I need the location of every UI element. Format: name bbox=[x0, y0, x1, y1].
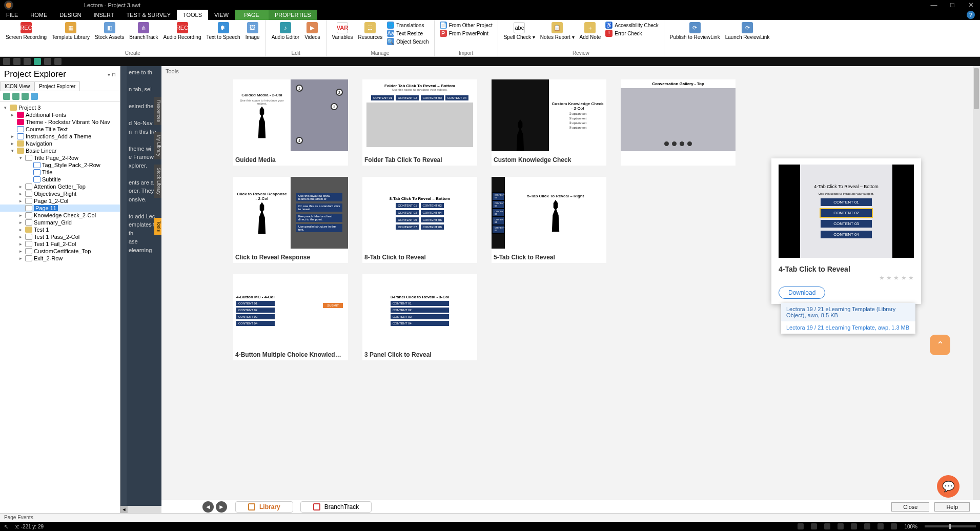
gallery-scrollbar[interactable] bbox=[973, 66, 980, 513]
tree-item[interactable]: ▸Test 1 Pass_2-Col bbox=[0, 233, 120, 240]
error-check-button[interactable]: !Error Check bbox=[603, 29, 661, 37]
status-icon[interactable] bbox=[824, 523, 830, 529]
text-resize-button[interactable]: AaText Resize bbox=[385, 29, 431, 37]
tab-view[interactable]: VIEW bbox=[208, 10, 235, 20]
tab-insert[interactable]: INSERT bbox=[87, 10, 120, 20]
nav-fwd-icon[interactable]: ► bbox=[216, 501, 227, 513]
qat-item-icon[interactable] bbox=[44, 58, 51, 65]
qat-undo-icon[interactable] bbox=[13, 58, 21, 65]
template-card-3panel[interactable]: 3-Panel Click to Reveal - 3-ColCONTENT 0… bbox=[362, 274, 477, 360]
tree-item[interactable]: ▸Navigation bbox=[0, 140, 120, 147]
audio-recording-button[interactable]: RECAudio Recording bbox=[161, 21, 204, 41]
template-card-folder-tab[interactable]: Folder Tab Click To Reveal – Bottom Use … bbox=[362, 79, 477, 166]
tree-item[interactable]: ▸Knowledge Check_2-Col bbox=[0, 212, 120, 219]
variables-button[interactable]: VARVariables bbox=[330, 21, 356, 41]
videos-button[interactable]: ▶Videos bbox=[302, 21, 322, 41]
download-option-awo[interactable]: Lectora 19 / 21 eLearning Template (Libr… bbox=[781, 303, 915, 321]
sidetab-tools[interactable]: Tools bbox=[154, 218, 161, 235]
qat-save-icon[interactable] bbox=[3, 58, 10, 65]
sidetab-resources[interactable]: Resources bbox=[154, 97, 161, 125]
resources-button[interactable]: ☷Resources bbox=[355, 21, 385, 41]
template-card-custom-kc[interactable]: Custom Knowledge Check - 2-Col① option t… bbox=[492, 79, 606, 166]
qat-preview-icon[interactable] bbox=[34, 58, 41, 65]
scroll-top-button[interactable]: ⌃ bbox=[930, 335, 950, 355]
template-card-click-reveal[interactable]: Click to Reveal Response - 2-Col Use thi… bbox=[233, 177, 348, 263]
tree-root[interactable]: ▾Project 3 bbox=[0, 104, 120, 111]
status-icon[interactable] bbox=[838, 523, 844, 529]
branchtrack-tab[interactable]: BranchTrack bbox=[300, 501, 372, 513]
tab-home[interactable]: HOME bbox=[24, 10, 53, 20]
tree-item[interactable]: ▸CustomCertificate_Top bbox=[0, 248, 120, 255]
tree-item[interactable]: ▾Title Page_2-Row bbox=[0, 154, 120, 161]
status-icon[interactable] bbox=[864, 523, 870, 529]
page-events-bar[interactable]: Page Events bbox=[0, 513, 980, 522]
explorer-tool-icon[interactable] bbox=[22, 93, 29, 100]
qat-item2-icon[interactable] bbox=[54, 58, 62, 65]
window-maximize-button[interactable]: □ bbox=[943, 0, 962, 10]
launch-reviewlink-button[interactable]: ⟳Launch ReviewLink bbox=[723, 21, 772, 41]
download-button[interactable]: Download bbox=[779, 287, 825, 299]
tree-item[interactable]: Tag_Style Pack_2-Row bbox=[0, 161, 120, 169]
tree-item[interactable]: ▸Test 1 bbox=[0, 226, 120, 233]
status-icon[interactable] bbox=[877, 523, 884, 529]
template-card-conv-gallery[interactable]: Conversation Gallery - Top bbox=[621, 79, 736, 166]
explorer-tool-icon[interactable] bbox=[31, 93, 38, 100]
tree-item[interactable]: ▸Test 1 Fail_2-Col bbox=[0, 240, 120, 248]
qat-redo-icon[interactable] bbox=[24, 58, 31, 65]
help-button[interactable]: Help bbox=[934, 502, 970, 512]
nav-back-icon[interactable]: ◄ bbox=[202, 501, 214, 513]
zoom-slider[interactable] bbox=[925, 525, 976, 527]
window-minimize-button[interactable]: — bbox=[925, 0, 943, 10]
tab-design[interactable]: DESIGN bbox=[53, 10, 87, 20]
text-to-speech-button[interactable]: 🗣Text to Speech bbox=[203, 21, 242, 41]
template-card-guided-media[interactable]: Guided Media - 2-ColUse this space to in… bbox=[233, 79, 348, 166]
sidetab-stocklibrary[interactable]: Stock Library bbox=[154, 165, 161, 198]
template-card-4button-mc[interactable]: 4-Button MC - 4-ColCONTENT 01CONTENT 02C… bbox=[233, 274, 348, 360]
tab-page[interactable]: PAGE bbox=[235, 10, 269, 20]
tree-item[interactable]: ▾Basic Linear bbox=[0, 147, 120, 154]
status-icon[interactable] bbox=[798, 523, 804, 529]
explorer-tool-icon[interactable] bbox=[12, 93, 19, 100]
scroll-left-icon[interactable]: ◄ bbox=[120, 506, 128, 513]
branchtrack-button[interactable]: ⋔BranchTrack bbox=[127, 21, 160, 41]
tree-item[interactable]: ▸Instructions_Add a Theme bbox=[0, 133, 120, 140]
close-button[interactable]: Close bbox=[891, 502, 929, 512]
tab-icon-view[interactable]: ICON View bbox=[0, 81, 34, 91]
tree-item[interactable]: ▸Attention Getter_Top bbox=[0, 183, 120, 190]
object-search-button[interactable]: 🔍Object Search bbox=[385, 37, 431, 46]
tree-item[interactable]: Theme - Rockstar Vibrant No Nav bbox=[0, 118, 120, 126]
template-card-5tab[interactable]: CONTENT 01CONTENT 02CONTENT 03CONTENT 04… bbox=[492, 177, 606, 263]
chat-fab-button[interactable]: 💬 bbox=[937, 475, 959, 498]
tree-item[interactable]: Course Title Text bbox=[0, 126, 120, 133]
notes-report-button[interactable]: 📋Notes Report ▾ bbox=[538, 21, 577, 41]
tab-file[interactable]: FILE bbox=[0, 10, 24, 20]
audio-editor-button[interactable]: ♪Audio Editor bbox=[269, 21, 302, 41]
status-icon[interactable] bbox=[891, 523, 897, 529]
tree-item[interactable]: ▸Additional Fonts bbox=[0, 111, 120, 118]
tab-tools[interactable]: TOOLS bbox=[177, 10, 208, 20]
screen-recording-button[interactable]: RECScreen Recording bbox=[3, 21, 49, 41]
sidetab-mylibrary[interactable]: My Library bbox=[154, 132, 161, 159]
add-note-button[interactable]: ＋Add Note bbox=[577, 21, 604, 41]
template-card-8tab[interactable]: 8-Tab Click To Reveal – Bottom CONTENT 0… bbox=[362, 177, 477, 263]
panel-dropdown-icon[interactable]: ▾ ⊓ bbox=[108, 72, 116, 77]
library-tab[interactable]: Library bbox=[235, 501, 293, 513]
spell-check-button[interactable]: abcSpell Check ▾ bbox=[501, 21, 538, 41]
tree-item[interactable]: ▸Objectives_Right bbox=[0, 190, 120, 197]
publish-reviewlink-button[interactable]: ⟳Publish to ReviewLink bbox=[667, 21, 723, 41]
window-close-button[interactable]: ✕ bbox=[962, 0, 980, 10]
tree-item[interactable]: ▸Page 1_2-Col bbox=[0, 197, 120, 205]
tree-item[interactable]: Title bbox=[0, 169, 120, 176]
tree-item[interactable]: Subtitle bbox=[0, 176, 120, 183]
tree-item[interactable]: ▸Summary_Grid bbox=[0, 219, 120, 226]
help-icon[interactable]: ? bbox=[967, 11, 975, 19]
download-option-awp[interactable]: Lectora 19 / 21 eLearning Template, awp,… bbox=[781, 321, 915, 334]
status-icon[interactable] bbox=[851, 523, 857, 529]
explorer-tool-icon[interactable] bbox=[3, 93, 10, 100]
accessibility-check-button[interactable]: ♿Accessibility Check bbox=[603, 21, 661, 29]
from-powerpoint-button[interactable]: PFrom PowerPoint bbox=[438, 29, 495, 37]
status-icon[interactable] bbox=[811, 523, 817, 529]
from-other-project-button[interactable]: 📄From Other Project bbox=[438, 21, 495, 29]
template-library-button[interactable]: ▦Template Library bbox=[49, 21, 92, 41]
translations-button[interactable]: 🌐Translations bbox=[385, 21, 431, 29]
